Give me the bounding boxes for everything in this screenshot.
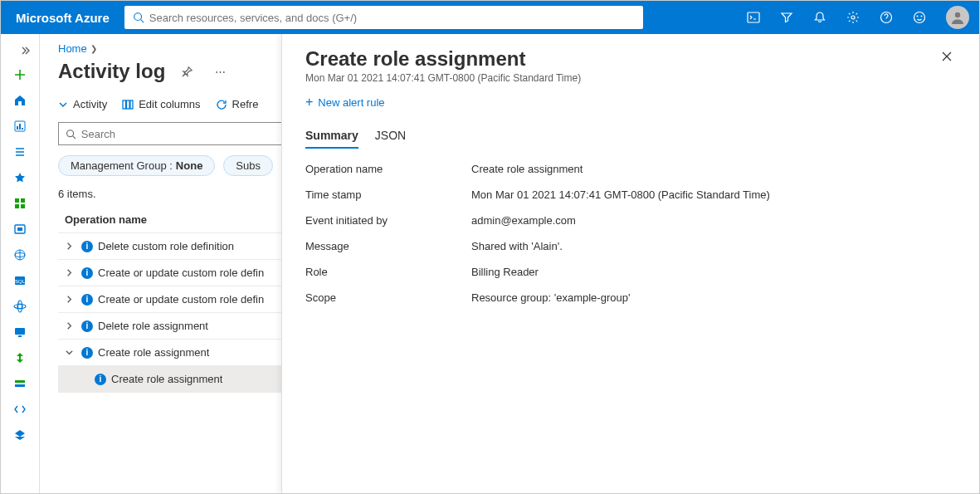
- pill-mg-label: Management Group :: [71, 159, 173, 172]
- rail-all-resources-icon[interactable]: [1, 191, 39, 215]
- new-alert-rule-button[interactable]: + New alert rule: [305, 95, 956, 109]
- rail-create-icon[interactable]: [1, 62, 39, 86]
- help-icon[interactable]: [870, 1, 903, 34]
- summary-field-label: Event initiated by: [305, 214, 471, 227]
- svg-line-34: [73, 135, 76, 138]
- rail-favorites-icon[interactable]: [1, 165, 39, 189]
- search-icon: [133, 12, 144, 23]
- more-button[interactable]: ⋯: [208, 60, 232, 83]
- row-label: Create or update custom role defin: [98, 293, 264, 306]
- svg-rect-14: [21, 198, 25, 203]
- notifications-icon[interactable]: [803, 1, 836, 34]
- svg-rect-31: [127, 100, 130, 109]
- rail-resource-groups-icon[interactable]: [1, 217, 39, 241]
- svg-rect-2: [748, 12, 759, 22]
- svg-point-6: [917, 16, 918, 17]
- svg-rect-18: [17, 227, 22, 231]
- info-icon: i: [81, 267, 93, 279]
- cloud-shell-icon[interactable]: [737, 1, 770, 34]
- svg-text:SQL: SQL: [15, 279, 26, 284]
- settings-icon[interactable]: [836, 1, 870, 34]
- chevron-right-icon: ❯: [90, 44, 97, 53]
- svg-rect-12: [22, 128, 23, 130]
- user-avatar[interactable]: [946, 6, 969, 29]
- rail-storage-icon[interactable]: [1, 371, 39, 395]
- info-icon: i: [81, 241, 93, 252]
- rail-sql-icon[interactable]: SQL: [1, 268, 39, 292]
- left-nav-rail: SQL: [1, 34, 40, 494]
- activity-dropdown[interactable]: Activity: [58, 98, 107, 110]
- rail-dashboard-icon[interactable]: [1, 114, 39, 138]
- directory-filter-icon[interactable]: [770, 1, 803, 34]
- row-label: Create role assignment: [111, 373, 222, 385]
- summary-field-value: Resource group: 'example-group': [471, 291, 956, 304]
- info-icon: i: [81, 294, 93, 306]
- detail-subtitle: Mon Mar 01 2021 14:07:41 GMT-0800 (Pacif…: [305, 72, 581, 84]
- row-label: Delete role assignment: [98, 320, 208, 332]
- rail-vm-icon[interactable]: [1, 320, 39, 344]
- row-label: Create role assignment: [98, 346, 209, 359]
- summary-field-value: Create role assignment: [471, 163, 956, 175]
- summary-field-label: Message: [305, 240, 471, 252]
- chevron-down-icon[interactable]: [61, 348, 76, 357]
- refresh-label: Refre: [232, 98, 259, 110]
- breadcrumb-home[interactable]: Home: [58, 42, 87, 55]
- summary-field-value: Shared with 'Alain'.: [471, 240, 956, 252]
- activity-label: Activity: [73, 98, 107, 110]
- rail-expand-toggle[interactable]: [1, 41, 39, 61]
- svg-line-1: [140, 20, 144, 23]
- plus-icon: +: [305, 95, 313, 109]
- svg-rect-32: [130, 100, 133, 109]
- top-header: Microsoft Azure: [1, 1, 979, 34]
- svg-rect-13: [15, 198, 19, 203]
- refresh-button[interactable]: Refre: [216, 98, 259, 110]
- svg-rect-26: [15, 328, 25, 335]
- info-icon: i: [81, 320, 93, 332]
- svg-point-25: [18, 301, 22, 312]
- rail-home-icon[interactable]: [1, 88, 39, 112]
- svg-rect-29: [15, 384, 25, 387]
- feedback-icon[interactable]: [903, 1, 936, 34]
- summary-field-value: Billing Reader: [471, 266, 956, 278]
- svg-point-7: [921, 16, 922, 17]
- rail-all-services-icon[interactable]: [1, 139, 39, 164]
- tab-summary[interactable]: Summary: [305, 124, 358, 149]
- pill-subscription[interactable]: Subs: [223, 155, 273, 176]
- page-title: Activity log: [58, 60, 165, 83]
- pill-mg-value: None: [176, 159, 203, 172]
- info-icon: i: [81, 347, 93, 359]
- topbar-icon-group: [737, 1, 936, 34]
- svg-point-24: [14, 304, 26, 308]
- edit-columns-button[interactable]: Edit columns: [122, 98, 200, 110]
- summary-field-label: Scope: [305, 291, 471, 304]
- summary-field-value: Mon Mar 01 2021 14:07:41 GMT-0800 (Pacif…: [471, 188, 956, 201]
- rail-cosmos-icon[interactable]: [1, 294, 39, 318]
- rail-aad-icon[interactable]: [1, 423, 39, 447]
- global-search-input[interactable]: [149, 12, 635, 24]
- global-search[interactable]: [124, 6, 643, 29]
- rail-app-services-icon[interactable]: [1, 242, 39, 267]
- tab-json[interactable]: JSON: [375, 124, 406, 149]
- close-button[interactable]: [938, 47, 956, 68]
- rail-load-balancer-icon[interactable]: [1, 345, 39, 369]
- summary-field-label: Role: [305, 266, 471, 278]
- rail-vnet-icon[interactable]: [1, 397, 39, 421]
- detail-panel: Create role assignment Mon Mar 01 2021 1…: [281, 34, 979, 494]
- brand-label: Microsoft Azure: [1, 11, 124, 25]
- svg-rect-30: [123, 100, 126, 109]
- svg-point-0: [134, 13, 142, 21]
- svg-rect-16: [21, 204, 25, 208]
- pin-button[interactable]: [175, 60, 198, 83]
- chevron-right-icon[interactable]: [61, 295, 76, 304]
- chevron-right-icon[interactable]: [61, 242, 76, 251]
- pill-management-group[interactable]: Management Group : None: [58, 155, 215, 176]
- svg-rect-28: [15, 380, 25, 383]
- svg-rect-10: [17, 126, 18, 130]
- svg-point-33: [67, 130, 74, 136]
- edit-columns-label: Edit columns: [139, 98, 200, 110]
- chevron-right-icon[interactable]: [61, 268, 76, 277]
- chevron-right-icon[interactable]: [61, 321, 76, 330]
- svg-rect-11: [19, 124, 21, 130]
- summary-field-value: admin@example.com: [471, 214, 956, 227]
- svg-point-3: [851, 16, 855, 19]
